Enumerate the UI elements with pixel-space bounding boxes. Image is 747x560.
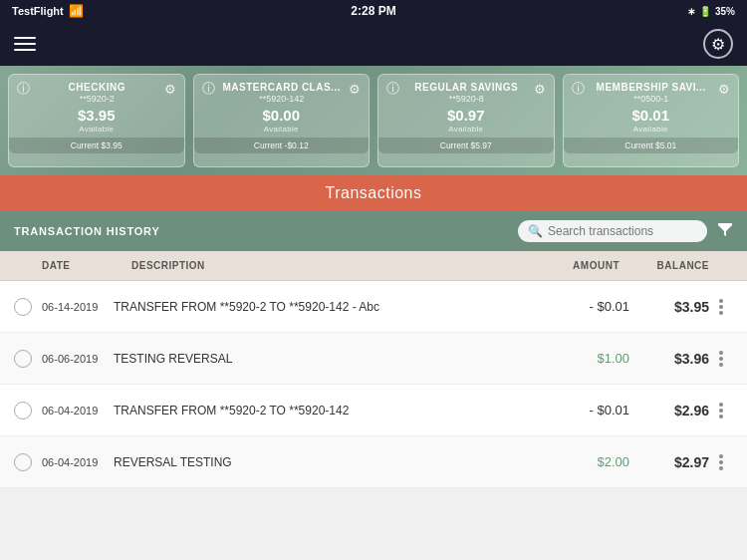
gear-icon-checking[interactable]: ⚙ [164,82,176,97]
card-title-checking: CHECKING [67,82,127,94]
transaction-row[interactable]: 06-06-2019 TESTING REVERSAL $1.00 $3.96 [0,333,747,385]
row-checkbox[interactable] [14,453,32,471]
search-icon: 🔍 [528,224,543,238]
info-icon-mastercard[interactable]: ⓘ [202,82,215,95]
row-description: TESTING REVERSAL [114,352,530,366]
account-card-mastercard[interactable]: ⓘ MASTERCARD CLAS... **5920-142 ⚙ $0.00 … [193,74,371,167]
info-icon-savings[interactable]: ⓘ [386,82,399,95]
row-amount: - $0.01 [530,403,629,418]
card-num-checking: **5920-2 [67,94,127,104]
row-balance: $3.96 [629,351,709,367]
card-amount-membership: $0.01 [572,107,731,124]
row-menu-button[interactable] [709,454,733,470]
col-header-amount: AMOUNT [520,260,620,271]
row-amount: - $0.01 [530,299,629,314]
row-date: 06-06-2019 [42,353,114,365]
card-footer-checking: Current $3.95 [9,138,184,153]
row-description: REVERSAL TESTING [114,455,530,469]
row-date: 06-04-2019 [42,456,114,468]
row-balance: $2.96 [629,403,709,419]
card-footer-savings: Current $5.97 [378,138,554,153]
card-footer-membership: Current $5.01 [564,138,739,153]
history-label: TRANSACTION HISTORY [14,225,160,237]
account-card-membership[interactable]: ⓘ MEMBERSHIP SAVI... **0500-1 ⚙ $0.01 Av… [563,74,740,167]
accounts-cards-container: ⓘ CHECKING **5920-2 ⚙ $3.95 Available Cu… [0,66,747,175]
card-num-mastercard: **5920-142 [221,94,343,104]
filter-button[interactable] [715,218,735,244]
card-available-checking: Available [17,125,176,134]
card-amount-mastercard: $0.00 [202,107,362,124]
row-menu-button[interactable] [709,299,733,315]
info-icon-checking[interactable]: ⓘ [17,82,30,95]
accounts-section: ⓘ CHECKING **5920-2 ⚙ $3.95 Available Cu… [0,66,747,175]
status-bar: TestFlight 📶 2:28 PM ∗ 🔋 35% [0,0,747,22]
card-available-savings: Available [386,125,546,134]
transactions-title: Transactions [326,184,422,202]
transaction-row[interactable]: 06-14-2019 TRANSFER FROM **5920-2 TO **5… [0,281,747,333]
search-input[interactable] [548,224,697,238]
transactions-header: Transactions [0,175,747,211]
col-header-description: DESCRIPTION [131,260,520,271]
transaction-row[interactable]: 06-04-2019 TRANSFER FROM **5920-2 TO **5… [0,385,747,436]
info-icon-membership[interactable]: ⓘ [572,82,585,95]
account-card-savings[interactable]: ⓘ REGULAR SAVINGS **5920-8 ⚙ $0.97 Avail… [377,74,555,167]
row-description: TRANSFER FROM **5920-2 TO **5920-142 [114,404,530,418]
card-title-mastercard: MASTERCARD CLAS... [221,82,343,94]
wifi-icon: 📶 [69,4,84,18]
hamburger-menu[interactable] [14,37,36,51]
search-box[interactable]: 🔍 [518,220,707,242]
card-title-membership: MEMBERSHIP SAVI... [595,82,708,94]
column-headers: DATE DESCRIPTION AMOUNT BALANCE [0,251,747,281]
carrier-label: TestFlight [12,5,64,17]
card-amount-checking: $3.95 [17,107,176,124]
row-amount: $1.00 [530,351,629,366]
card-available-membership: Available [572,125,731,134]
row-description: TRANSFER FROM **5920-2 TO **5920-142 - A… [114,300,530,314]
row-menu-button[interactable] [709,351,733,367]
row-checkbox[interactable] [14,350,32,368]
col-header-balance: BALANCE [620,260,709,271]
gear-icon-savings[interactable]: ⚙ [534,82,546,97]
gear-icon-membership[interactable]: ⚙ [718,82,730,97]
transaction-history-bar: TRANSACTION HISTORY 🔍 [0,211,747,251]
row-date: 06-04-2019 [42,405,114,417]
battery-label: 35% [715,6,735,17]
time-label: 2:28 PM [351,4,395,18]
row-balance: $3.95 [629,299,709,315]
row-menu-button[interactable] [709,403,733,419]
history-controls: 🔍 [518,218,735,244]
gear-icon-mastercard[interactable]: ⚙ [349,82,361,97]
card-num-membership: **0500-1 [595,94,708,104]
settings-button[interactable]: ⚙ [703,29,733,59]
card-available-mastercard: Available [202,125,362,134]
card-footer-mastercard: Current -$0.12 [194,138,370,153]
row-amount: $2.00 [530,454,629,469]
card-title-savings: REGULAR SAVINGS [412,82,520,94]
card-num-savings: **5920-8 [412,94,520,104]
transaction-row[interactable]: 06-04-2019 REVERSAL TESTING $2.00 $2.97 [0,436,747,488]
row-date: 06-14-2019 [42,301,114,313]
row-checkbox[interactable] [14,298,32,316]
filter-icon [715,218,735,238]
account-card-checking[interactable]: ⓘ CHECKING **5920-2 ⚙ $3.95 Available Cu… [8,74,185,167]
card-amount-savings: $0.97 [386,107,546,124]
transactions-list: 06-14-2019 TRANSFER FROM **5920-2 TO **5… [0,281,747,488]
bluetooth-icon: ∗ [687,6,695,17]
row-balance: $2.97 [629,454,709,470]
battery-icon: 🔋 [699,6,711,17]
row-checkbox[interactable] [14,402,32,420]
nav-bar: ⚙ [0,22,747,66]
col-header-date: DATE [42,260,131,271]
